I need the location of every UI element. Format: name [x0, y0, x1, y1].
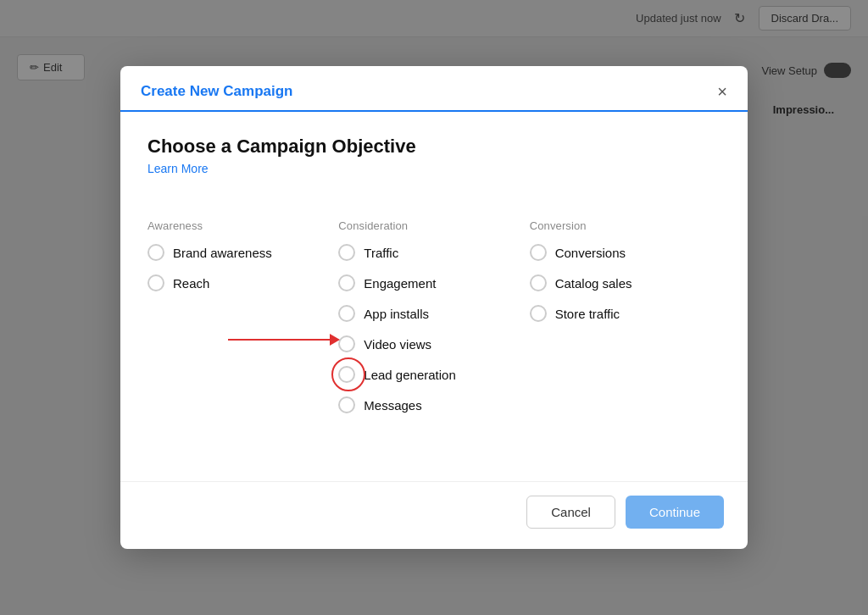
store-traffic-radio[interactable]	[530, 305, 547, 322]
app-installs-label: App installs	[364, 307, 429, 321]
video-views-item[interactable]: Video views	[338, 335, 512, 352]
lead-generation-radio[interactable]	[338, 366, 355, 383]
brand-awareness-item[interactable]: Brand awareness	[147, 244, 321, 261]
conversions-item[interactable]: Conversions	[530, 244, 704, 261]
cancel-button[interactable]: Cancel	[526, 496, 615, 529]
engagement-label: Engagement	[364, 276, 436, 291]
modal-footer: Cancel Continue	[120, 481, 748, 549]
messages-item[interactable]: Messages	[338, 396, 512, 413]
traffic-radio[interactable]	[338, 244, 355, 261]
catalog-sales-label: Catalog sales	[555, 276, 632, 291]
conversions-radio[interactable]	[530, 244, 547, 261]
conversions-label: Conversions	[555, 246, 626, 260]
engagement-radio[interactable]	[338, 274, 355, 291]
reach-label: Reach	[173, 276, 209, 291]
traffic-item[interactable]: Traffic	[338, 244, 512, 261]
conversion-header: Conversion	[530, 219, 704, 232]
consideration-column: Consideration Traffic Engagement	[338, 219, 529, 427]
consideration-header: Consideration	[338, 219, 512, 232]
learn-more-link[interactable]: Learn More	[147, 162, 209, 175]
messages-label: Messages	[364, 398, 421, 413]
modal-title: Create New Campaign	[141, 83, 293, 100]
awareness-column: Awareness Brand awareness Reach	[147, 219, 338, 427]
lead-generation-item[interactable]: Lead generation	[338, 366, 512, 383]
lead-generation-label: Lead generation	[364, 368, 455, 382]
continue-button[interactable]: Continue	[626, 496, 724, 529]
reach-radio[interactable]	[147, 274, 164, 291]
modal-header: Create New Campaign ×	[120, 66, 748, 112]
store-traffic-label: Store traffic	[555, 307, 620, 321]
engagement-item[interactable]: Engagement	[338, 274, 512, 291]
modal-subtitle: Choose a Campaign Objective	[147, 136, 721, 158]
brand-awareness-radio[interactable]	[147, 244, 164, 261]
traffic-label: Traffic	[364, 246, 398, 260]
store-traffic-item[interactable]: Store traffic	[530, 305, 704, 322]
video-views-radio[interactable]	[338, 335, 355, 352]
reach-item[interactable]: Reach	[147, 274, 321, 291]
awareness-header: Awareness	[147, 219, 321, 232]
video-views-label: Video views	[364, 337, 431, 352]
modal-body: Choose a Campaign Objective Learn More A…	[120, 112, 748, 481]
messages-radio[interactable]	[338, 396, 355, 413]
app-installs-radio[interactable]	[338, 305, 355, 322]
catalog-sales-radio[interactable]	[530, 274, 547, 291]
modal-dialog: Create New Campaign × Choose a Campaign …	[120, 66, 748, 549]
modal-overlay: Create New Campaign × Choose a Campaign …	[0, 0, 868, 615]
brand-awareness-label: Brand awareness	[173, 246, 272, 260]
app-installs-item[interactable]: App installs	[338, 305, 512, 322]
catalog-sales-item[interactable]: Catalog sales	[530, 274, 704, 291]
objectives-grid: Awareness Brand awareness Reach Consider…	[147, 219, 721, 427]
close-button[interactable]: ×	[717, 83, 727, 100]
conversion-column: Conversion Conversions Catalog sales Sto…	[530, 219, 721, 427]
